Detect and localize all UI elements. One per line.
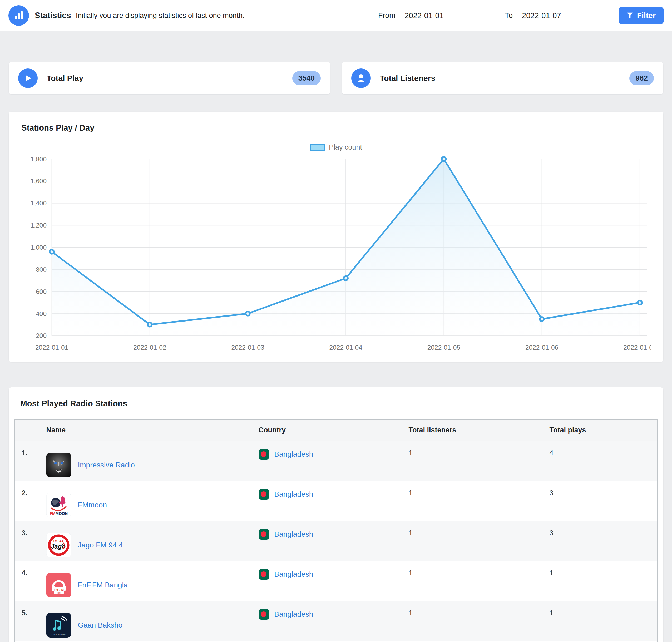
table-row: 4. FnF.FM বাংলা FnF.FM Bangla [15, 561, 658, 601]
filter-button-label: Filter [637, 11, 656, 20]
row-rank: 3. [15, 521, 40, 561]
play-icon [18, 68, 38, 88]
row-listeners: 1 [409, 561, 550, 601]
svg-text:800: 800 [36, 266, 47, 273]
filter-button[interactable]: Filter [619, 7, 663, 24]
svg-text:600: 600 [36, 288, 47, 295]
row-plays: 3 [550, 521, 658, 561]
total-listeners-card: Total Listeners 962 [342, 62, 663, 94]
from-label: From [378, 11, 395, 20]
summary-cards: Total Play 3540 Total Listeners 962 [9, 62, 663, 94]
country-link[interactable]: Bangladesh [274, 530, 313, 539]
listeners-icon [351, 68, 371, 88]
svg-text:2022-01-01: 2022-01-01 [35, 344, 68, 351]
total-play-label: Total Play [47, 74, 83, 83]
bangladesh-flag-icon [259, 529, 269, 540]
total-play-card: Total Play 3540 [9, 62, 330, 94]
svg-text:FM 94.4: FM 94.4 [53, 540, 63, 543]
row-rank: 5. [15, 601, 40, 641]
name-column-header: Name [40, 420, 259, 441]
svg-text:2022-01-02: 2022-01-02 [133, 344, 166, 351]
row-rank: 1. [15, 441, 40, 481]
bangladesh-flag-icon [259, 609, 269, 620]
svg-text:FMMOON: FMMOON [50, 511, 67, 516]
svg-text:1,200: 1,200 [30, 222, 47, 229]
from-date-input[interactable] [400, 8, 489, 23]
country-column-header: Country [259, 420, 409, 441]
bangladesh-flag-icon [259, 449, 269, 460]
country-link[interactable]: Bangladesh [274, 450, 313, 459]
svg-text:200: 200 [36, 332, 47, 339]
station-link[interactable]: Impressive Radio [78, 461, 135, 469]
station-link[interactable]: Gaan Baksho [78, 621, 123, 629]
legend-swatch-play-count [310, 144, 325, 151]
row-plays: 1 [550, 601, 658, 641]
station-link[interactable]: FnF.FM Bangla [78, 581, 128, 589]
plays-column-header: Total plays [550, 420, 658, 441]
total-listeners-value: 962 [629, 71, 654, 85]
to-label: To [505, 11, 513, 20]
svg-text:বাংলা: বাংলা [56, 591, 61, 594]
rank-column-header [15, 420, 40, 441]
legend-label-play-count: Play count [329, 143, 362, 151]
total-listeners-label: Total Listeners [380, 74, 435, 83]
chart-title: Stations Play / Day [21, 123, 651, 133]
stations-play-chart-card: Stations Play / Day Play count 200400600… [9, 112, 663, 362]
row-listeners: 1 [409, 521, 550, 561]
svg-text:2022-01-04: 2022-01-04 [329, 344, 362, 351]
row-plays: 4 [550, 441, 658, 481]
statistics-logo [9, 5, 29, 26]
svg-text:1,600: 1,600 [30, 178, 47, 184]
fnf-fm-logo: FnF.FM বাংলা [46, 573, 71, 598]
svg-text:1,400: 1,400 [30, 200, 47, 207]
table-row: 2. FMMOON FMmoon [15, 481, 658, 521]
play-per-day-chart[interactable]: 2004006008001,0001,2001,4001,6001,800202… [21, 155, 651, 354]
row-plays: 3 [550, 481, 658, 521]
chart-legend: Play count [21, 143, 651, 151]
row-listeners: 1 [409, 441, 550, 481]
table-row: 3. FM 94.4 Jago Jago FM 94.4 [15, 521, 658, 561]
impressive-radio-logo [46, 453, 71, 477]
svg-text:Gaan Baksho: Gaan Baksho [51, 633, 66, 636]
funnel-icon [626, 12, 633, 19]
bangladesh-flag-icon [259, 489, 269, 500]
svg-text:2022-01-05: 2022-01-05 [427, 344, 460, 351]
svg-text:2022-01-07: 2022-01-07 [623, 344, 651, 351]
row-listeners: 1 [409, 601, 550, 641]
svg-text:2022-01-06: 2022-01-06 [525, 344, 558, 351]
fmmoon-logo: FMMOON [46, 493, 71, 517]
table-row: 1. Impressive [15, 441, 658, 481]
page-subtitle: Initially you are displaying statistics … [76, 12, 245, 20]
listeners-column-header: Total listeners [409, 420, 550, 441]
most-played-card: Most Played Radio Stations Name Country … [9, 387, 663, 642]
page-title: Statistics [35, 11, 71, 20]
gaan-baksho-logo: Gaan Baksho [46, 613, 71, 638]
table-title: Most Played Radio Stations [14, 399, 658, 408]
svg-text:400: 400 [36, 310, 47, 317]
top-bar: Statistics Initially you are displaying … [0, 0, 672, 31]
country-link[interactable]: Bangladesh [274, 570, 313, 579]
row-listeners: 1 [409, 481, 550, 521]
row-rank: 4. [15, 561, 40, 601]
table-row: 5. Gaan Baksho Gaan Baksho Ban [15, 601, 658, 641]
most-played-table: Name Country Total listeners Total plays… [14, 420, 658, 642]
total-play-value: 3540 [292, 71, 321, 85]
row-plays: 1 [550, 561, 658, 601]
svg-text:1,800: 1,800 [30, 156, 47, 163]
station-link[interactable]: Jago FM 94.4 [78, 541, 123, 549]
row-rank: 2. [15, 481, 40, 521]
svg-text:1,000: 1,000 [30, 244, 47, 251]
svg-text:2022-01-03: 2022-01-03 [231, 344, 264, 351]
jago-fm-logo: FM 94.4 Jago [46, 533, 71, 557]
country-link[interactable]: Bangladesh [274, 490, 313, 499]
svg-text:FnF.FM: FnF.FM [54, 588, 64, 591]
bar-chart-icon [13, 10, 24, 21]
station-link[interactable]: FMmoon [78, 501, 107, 509]
bangladesh-flag-icon [259, 569, 269, 580]
country-link[interactable]: Bangladesh [274, 610, 313, 619]
to-date-input[interactable] [517, 8, 606, 23]
table-header-row: Name Country Total listeners Total plays [15, 420, 658, 441]
